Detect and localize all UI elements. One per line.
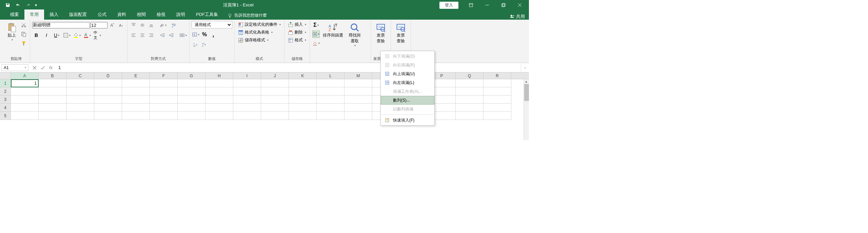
cell[interactable] bbox=[205, 87, 233, 96]
col-header-I[interactable]: I bbox=[233, 72, 261, 79]
cell[interactable] bbox=[456, 112, 484, 120]
clear-icon[interactable]: ▾ bbox=[312, 40, 320, 47]
cell[interactable] bbox=[178, 96, 205, 104]
row-header-5[interactable]: 5 bbox=[0, 112, 11, 120]
ribbon-display-options-icon[interactable] bbox=[463, 0, 479, 10]
cell[interactable] bbox=[317, 112, 344, 120]
cell[interactable] bbox=[317, 87, 344, 96]
align-right-icon[interactable] bbox=[147, 31, 155, 39]
col-header-M[interactable]: M bbox=[344, 72, 372, 79]
cell[interactable] bbox=[344, 104, 372, 112]
cell[interactable] bbox=[261, 112, 289, 120]
cell[interactable] bbox=[317, 104, 344, 112]
maximize-icon[interactable] bbox=[496, 0, 511, 10]
cell[interactable] bbox=[122, 112, 150, 120]
cell[interactable] bbox=[233, 79, 261, 87]
menu-fill-left[interactable]: 向左填滿(L) bbox=[381, 78, 434, 87]
wrap-text-icon[interactable]: abc bbox=[171, 21, 178, 29]
cancel-formula-icon[interactable] bbox=[31, 64, 39, 72]
cell[interactable] bbox=[66, 87, 94, 96]
col-header-J[interactable]: J bbox=[261, 72, 289, 79]
tab-pagelayout[interactable]: 版面配置 bbox=[64, 9, 92, 20]
decrease-decimal-icon[interactable]: .00.0 bbox=[201, 41, 208, 48]
vertical-scrollbar[interactable]: ▲ bbox=[524, 79, 529, 140]
fx-icon[interactable]: fx bbox=[47, 64, 55, 72]
enter-formula-icon[interactable] bbox=[39, 64, 47, 72]
row-header-4[interactable]: 4 bbox=[0, 104, 11, 112]
col-header-K[interactable]: K bbox=[289, 72, 317, 79]
row-header-3[interactable]: 3 bbox=[0, 96, 11, 104]
tab-view[interactable]: 檢視 bbox=[151, 9, 171, 20]
col-header-L[interactable]: L bbox=[317, 72, 344, 79]
col-header-B[interactable]: B bbox=[39, 72, 66, 79]
cell[interactable] bbox=[205, 79, 233, 87]
merge-center-icon[interactable]: ▾ bbox=[179, 31, 187, 39]
cell[interactable] bbox=[289, 104, 317, 112]
cell[interactable] bbox=[205, 112, 233, 120]
cell[interactable] bbox=[150, 87, 178, 96]
cell[interactable] bbox=[233, 96, 261, 104]
sort-filter-button[interactable]: AZ 排序與篩選 bbox=[320, 21, 346, 40]
cell[interactable] bbox=[344, 112, 372, 120]
cell[interactable] bbox=[456, 104, 484, 112]
delete-cells-button[interactable]: 刪除▾ bbox=[287, 29, 308, 36]
col-header-Q[interactable]: Q bbox=[456, 72, 484, 79]
redo-icon[interactable] bbox=[24, 1, 32, 9]
cell[interactable] bbox=[178, 87, 205, 96]
cell[interactable] bbox=[261, 104, 289, 112]
cell[interactable] bbox=[456, 79, 484, 87]
cell[interactable] bbox=[66, 112, 94, 120]
cell[interactable] bbox=[344, 79, 372, 87]
cell[interactable] bbox=[39, 87, 66, 96]
row-header-1[interactable]: 1 bbox=[0, 79, 11, 87]
bold-icon[interactable]: B bbox=[33, 31, 40, 39]
cell[interactable] bbox=[261, 79, 289, 87]
cell[interactable] bbox=[233, 104, 261, 112]
cell[interactable] bbox=[205, 104, 233, 112]
expand-formula-bar-icon[interactable] bbox=[521, 64, 529, 72]
cell[interactable] bbox=[205, 96, 233, 104]
paste-button[interactable]: 貼上▾ bbox=[4, 21, 20, 43]
cell[interactable] bbox=[122, 79, 150, 87]
percent-icon[interactable]: % bbox=[201, 31, 208, 38]
menu-flash-fill[interactable]: 快速填入(F) bbox=[381, 116, 434, 125]
invoice-check-button-1[interactable]: 发票 查验 bbox=[373, 21, 389, 45]
login-button[interactable]: 登入 bbox=[439, 2, 458, 9]
font-color-icon[interactable]: A▾ bbox=[83, 31, 91, 39]
save-icon[interactable] bbox=[4, 1, 12, 9]
tab-review[interactable]: 校閱 bbox=[132, 9, 151, 20]
cell[interactable] bbox=[94, 96, 122, 104]
format-cells-button[interactable]: 格式▾ bbox=[287, 37, 308, 44]
cell[interactable] bbox=[344, 87, 372, 96]
fill-dropdown-button[interactable]: ▾ bbox=[312, 30, 320, 38]
row-header-2[interactable]: 2 bbox=[0, 87, 11, 96]
increase-indent-icon[interactable] bbox=[168, 31, 175, 39]
conditional-formatting-button[interactable]: 設定格式化的條件▾ bbox=[237, 21, 282, 28]
cell[interactable] bbox=[94, 104, 122, 112]
qat-customize-dropdown[interactable]: ▾ bbox=[35, 3, 37, 7]
cell[interactable] bbox=[94, 87, 122, 96]
align-left-icon[interactable] bbox=[130, 31, 137, 39]
increase-font-icon[interactable]: A▴ bbox=[108, 21, 116, 29]
cell[interactable] bbox=[150, 104, 178, 112]
menu-fill-up[interactable]: 向上填滿(U) bbox=[381, 69, 434, 78]
cell[interactable] bbox=[484, 87, 511, 96]
cell[interactable] bbox=[317, 79, 344, 87]
cell[interactable] bbox=[11, 112, 39, 120]
tab-home[interactable]: 常用 bbox=[24, 9, 44, 20]
cut-icon[interactable] bbox=[20, 21, 27, 29]
italic-icon[interactable]: I bbox=[43, 31, 50, 39]
minimize-icon[interactable] bbox=[479, 0, 495, 10]
col-header-F[interactable]: F bbox=[150, 72, 178, 79]
cell[interactable] bbox=[39, 104, 66, 112]
col-header-H[interactable]: H bbox=[205, 72, 233, 79]
col-header-A[interactable]: A bbox=[11, 72, 39, 79]
cell[interactable] bbox=[317, 96, 344, 104]
name-box[interactable]: A1 ▾ bbox=[1, 64, 28, 71]
tell-me-input[interactable]: 告訴我您想做什麼 bbox=[223, 11, 271, 20]
cell[interactable] bbox=[150, 79, 178, 87]
col-header-R[interactable]: R bbox=[484, 72, 511, 79]
align-bottom-icon[interactable] bbox=[147, 21, 155, 29]
comma-icon[interactable]: , bbox=[210, 31, 217, 38]
cell[interactable] bbox=[261, 87, 289, 96]
